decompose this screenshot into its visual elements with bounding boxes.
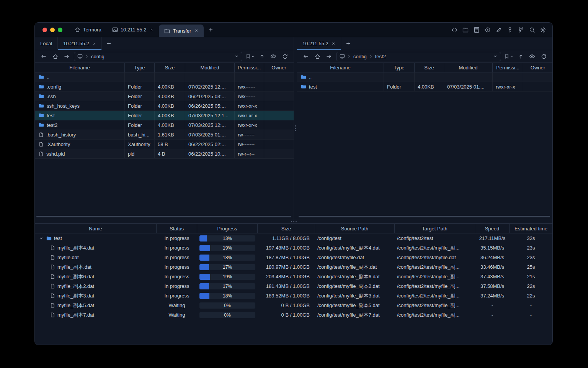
col-modified[interactable]: Modified (444, 63, 493, 72)
file-row[interactable]: .. (297, 72, 552, 82)
col-progress[interactable]: Progress (197, 224, 258, 233)
col-estimated-time[interactable]: Estimated time (510, 224, 552, 233)
horizontal-splitter[interactable] (35, 220, 552, 223)
forward-button[interactable] (325, 52, 333, 61)
file-row[interactable]: .. (35, 72, 294, 82)
col-size[interactable]: Size (155, 63, 185, 72)
zoom-button[interactable] (58, 28, 62, 32)
new-pane-tab-button[interactable] (102, 37, 116, 50)
refresh-button[interactable] (539, 52, 548, 61)
tab-transfer[interactable]: Transfer (159, 25, 204, 37)
close-button[interactable] (42, 28, 47, 32)
tab-10-211-55-2[interactable]: 10.211.55.2 (107, 23, 159, 37)
record-icon[interactable] (484, 26, 492, 34)
col-permissions[interactable]: Permissi... (493, 63, 523, 72)
col-source-path[interactable]: Source Path (315, 224, 395, 233)
folder-icon[interactable] (462, 26, 469, 34)
transfer-row[interactable]: myfile_副本2.dat In progress 17% 181.43MB … (35, 281, 552, 291)
transfer-row[interactable]: myfile_副本.dat In progress 17% 180.97MB /… (35, 262, 552, 272)
refresh-button[interactable] (281, 52, 289, 61)
tab-local[interactable]: Local (35, 37, 58, 50)
new-tab-button[interactable] (204, 23, 218, 37)
col-modified[interactable]: Modified (185, 63, 235, 72)
chevron-down-icon[interactable] (493, 54, 498, 59)
col-size[interactable]: Size (258, 224, 315, 233)
file-row[interactable]: .ssh Folder 4.00KB 06/21/2025 03:... rwx… (35, 92, 294, 101)
search-icon[interactable] (528, 26, 536, 34)
breadcrumb-config[interactable]: config (91, 54, 105, 59)
pencil-icon[interactable] (495, 26, 503, 34)
minimize-button[interactable] (50, 28, 55, 32)
new-pane-tab-button[interactable] (341, 37, 355, 50)
transfer-row[interactable]: myfile_副本6.dat In progress 19% 203.48MB … (35, 272, 552, 281)
col-filename[interactable]: Filename (35, 63, 125, 72)
transfer-size: 0 B / 1.00GB (258, 301, 315, 310)
transfer-row[interactable]: myfile.dat In progress 18% 187.87MB / 1.… (35, 253, 552, 262)
file-type (384, 72, 415, 82)
col-name[interactable]: Name (35, 224, 157, 233)
file-size: 4 B (155, 149, 185, 158)
close-tab-icon[interactable] (150, 28, 154, 32)
upload-button[interactable] (516, 52, 525, 61)
col-type[interactable]: Type (125, 63, 155, 72)
file-row[interactable]: .Xauthority Xauthority 58 B 06/22/2025 0… (35, 140, 294, 149)
file-row[interactable]: test Folder 4.00KB 07/03/2025 12:1... rw… (35, 111, 294, 120)
col-size[interactable]: Size (415, 63, 444, 72)
journal-icon[interactable] (473, 26, 480, 34)
file-row[interactable]: test Folder 4.00KB 07/03/2025 01:... rwx… (297, 82, 552, 92)
transfer-row[interactable]: myfile_副本4.dat In progress 19% 197.48MB … (35, 243, 552, 253)
close-tab-icon[interactable] (332, 42, 335, 46)
col-speed[interactable]: Speed (475, 224, 510, 233)
file-row[interactable]: .config Folder 4.00KB 07/02/2025 12:... … (35, 82, 294, 92)
horizontal-scrollbar[interactable] (36, 216, 291, 217)
tab-termora[interactable]: Termora (69, 23, 107, 37)
upload-button[interactable] (258, 52, 266, 61)
col-type[interactable]: Type (384, 63, 415, 72)
transfer-row[interactable]: test In progress 13% 1.11GB / 8.00GB /co… (35, 233, 552, 243)
file-row[interactable]: ssh_host_keys Folder 4.00KB 06/26/2025 0… (35, 101, 294, 111)
file-row[interactable]: .bash_history bash_hi... 1.61KB 07/03/20… (35, 130, 294, 140)
show-hidden-button[interactable] (528, 52, 536, 61)
col-owner[interactable]: Owner (523, 63, 552, 72)
forward-button[interactable] (62, 52, 71, 61)
tab-remote-10-211-55-2[interactable]: 10.211.55.2 (297, 37, 341, 50)
back-button[interactable] (39, 52, 48, 61)
breadcrumb-config[interactable]: config (353, 54, 367, 59)
transfer-row[interactable]: myfile_副本5.dat Waiting 0% 0 B / 1.00GB /… (35, 301, 552, 310)
file-row[interactable]: test2 Folder 4.00KB 07/03/2025 12:... rw… (35, 120, 294, 130)
key-icon[interactable] (506, 26, 514, 34)
transfer-row[interactable]: myfile_副本7.dat Waiting 0% 0 B / 1.00GB /… (35, 310, 552, 320)
table-body: .. (297, 72, 552, 92)
show-hidden-button[interactable] (269, 52, 278, 61)
transfer-row[interactable]: myfile_副本3.dat In progress 18% 189.52MB … (35, 291, 552, 301)
col-permissions[interactable]: Permissi... (235, 63, 264, 72)
bookmark-button[interactable] (245, 54, 255, 59)
transfer-target-path: /config/test2/test/myfile_副... (395, 272, 475, 281)
back-button[interactable] (302, 52, 310, 61)
path-bar[interactable]: config (74, 52, 242, 61)
file-row[interactable]: sshd.pid pid 4 B 06/22/2025 10:... rw-r-… (35, 149, 294, 159)
col-owner[interactable]: Owner (264, 63, 294, 72)
close-tab-icon[interactable] (92, 42, 96, 46)
tab-remote-10-211-55-2[interactable]: 10.211.55.2 (58, 37, 102, 50)
branch-icon[interactable] (517, 26, 525, 34)
vertical-splitter[interactable] (294, 37, 297, 220)
close-tab-icon[interactable] (194, 29, 198, 33)
file-size (155, 72, 185, 82)
path-bar[interactable]: config test2 (336, 52, 501, 61)
horizontal-scrollbar[interactable] (299, 216, 550, 217)
bookmark-button[interactable] (504, 54, 513, 59)
chevron-down-icon[interactable] (234, 54, 239, 59)
col-target-path[interactable]: Target Path (395, 224, 475, 233)
breadcrumb-test2[interactable]: test2 (375, 54, 386, 59)
home-button[interactable] (51, 52, 59, 61)
transfer-target-path: /config/test2/test/myfile_副... (395, 262, 475, 272)
chevron-down-icon[interactable] (38, 236, 44, 240)
col-filename[interactable]: Filename (297, 63, 384, 72)
file-modified: 07/03/2025 12:1... (185, 111, 235, 120)
transfer-size: 0 B / 1.00GB (258, 310, 315, 320)
home-button[interactable] (313, 52, 322, 61)
code-icon[interactable] (451, 26, 458, 34)
settings-icon[interactable] (539, 26, 547, 34)
col-status[interactable]: Status (157, 224, 197, 233)
